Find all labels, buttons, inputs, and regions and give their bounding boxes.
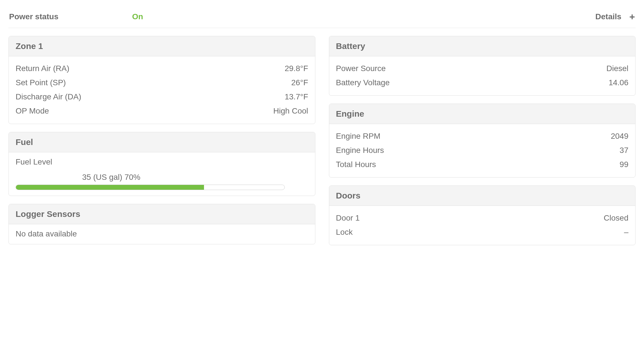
power-status-value: On [132,12,143,21]
engine-title: Engine [329,104,636,124]
door1-label: Door 1 [336,212,360,224]
engine-hours-label: Engine Hours [336,144,384,156]
lock-label: Lock [336,226,353,238]
dashboard-columns: Zone 1 Return Air (RA) 29.8°F Set Point … [8,36,636,245]
engine-hours-value: 37 [620,144,628,156]
logger-sensors-card: Logger Sensors No data available [8,204,315,244]
power-source-value: Diesel [606,63,628,74]
doors-title: Doors [329,186,636,206]
fuel-title: Fuel [9,132,315,152]
battery-card: Battery Power Source Diesel Battery Volt… [329,36,636,96]
total-hours-row: Total Hours 99 [336,157,629,172]
zone1-title: Zone 1 [9,36,315,56]
lock-row: Lock – [336,225,629,239]
zone1-card: Zone 1 Return Air (RA) 29.8°F Set Point … [8,36,315,124]
battery-voltage-label: Battery Voltage [336,77,390,89]
power-status-label: Power status [9,12,58,21]
fuel-progress-fill [16,185,204,190]
op-mode-value: High Cool [273,105,308,117]
return-air-value: 29.8°F [285,63,308,74]
battery-title: Battery [329,36,636,56]
zone1-discharge-air-row: Discharge Air (DA) 13.7°F [16,90,308,104]
zone1-set-point-row: Set Point (SP) 26°F [16,76,308,90]
fuel-level-text: 35 (US gal) 70% [16,173,308,182]
discharge-air-value: 13.7°F [285,91,308,103]
fuel-progress-bar [16,185,285,190]
battery-power-source-row: Power Source Diesel [336,61,629,76]
right-column: Battery Power Source Diesel Battery Volt… [329,36,636,245]
set-point-label: Set Point (SP) [16,77,66,89]
engine-rpm-row: Engine RPM 2049 [336,129,629,143]
fuel-level-label: Fuel Level [16,157,308,166]
engine-card: Engine Engine RPM 2049 Engine Hours 37 T… [329,104,636,178]
left-column: Zone 1 Return Air (RA) 29.8°F Set Point … [8,36,315,244]
lock-value: – [624,226,628,238]
total-hours-label: Total Hours [336,159,376,170]
details-label: Details [595,12,621,21]
engine-rpm-label: Engine RPM [336,130,381,142]
logger-no-data: No data available [16,229,308,238]
door1-row: Door 1 Closed [336,211,629,225]
return-air-label: Return Air (RA) [16,63,69,74]
doors-card: Doors Door 1 Closed Lock – [329,185,636,245]
door1-value: Closed [604,212,628,224]
engine-rpm-value: 2049 [611,130,628,142]
discharge-air-label: Discharge Air (DA) [16,91,81,103]
engine-hours-row: Engine Hours 37 [336,143,629,157]
battery-voltage-row: Battery Voltage 14.06 [336,76,629,90]
fuel-card: Fuel Fuel Level 35 (US gal) 70% [8,132,315,196]
op-mode-label: OP Mode [16,105,49,117]
zone1-return-air-row: Return Air (RA) 29.8°F [16,61,308,76]
set-point-value: 26°F [291,77,308,89]
logger-sensors-title: Logger Sensors [9,204,315,224]
power-source-label: Power Source [336,63,386,74]
zone1-op-mode-row: OP Mode High Cool [16,104,308,118]
expand-details-button[interactable]: + [629,12,635,22]
battery-voltage-value: 14.06 [609,77,628,89]
total-hours-value: 99 [620,159,628,170]
status-header: Power status On Details + [8,8,636,28]
